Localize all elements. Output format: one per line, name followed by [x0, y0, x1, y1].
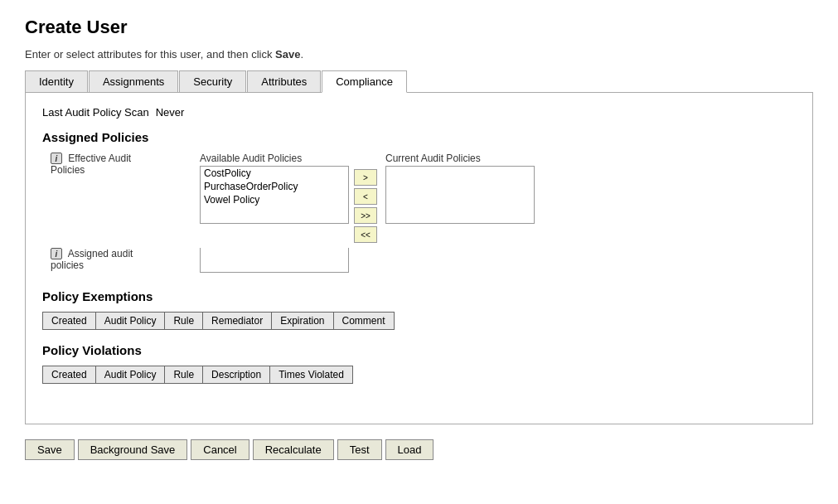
available-col: Available Audit Policies CostPolicy Purc…: [200, 153, 349, 224]
audit-scan-label: Last Audit Policy Scan: [42, 106, 149, 119]
tabs-container: Identity Assignments Security Attributes…: [25, 70, 813, 93]
page-title: Create User: [25, 17, 813, 38]
move-left-button[interactable]: <: [354, 188, 377, 205]
content-panel: Last Audit Policy Scan Never Assigned Po…: [25, 93, 813, 424]
page-wrapper: Create User Enter or select attributes f…: [0, 0, 838, 504]
policy-exemptions-heading: Policy Exemptions: [42, 289, 796, 303]
exemptions-col-expiration: Expiration: [272, 313, 333, 330]
move-all-right-button[interactable]: >>: [354, 207, 377, 224]
effective-audit-label-area: i Effective Audit Policies: [51, 153, 167, 176]
current-header: Current Audit Policies: [385, 153, 535, 164]
violations-col-description: Description: [203, 366, 270, 384]
tab-security[interactable]: Security: [179, 70, 246, 92]
load-button[interactable]: Load: [385, 439, 434, 460]
violations-col-audit-policy: Audit Policy: [95, 366, 165, 384]
background-save-button[interactable]: Background Save: [78, 439, 188, 460]
policy-exemptions-section: Policy Exemptions Created Audit Policy R…: [42, 289, 796, 330]
assigned-audit-label: Assigned audit policies: [51, 248, 133, 271]
exemptions-col-rule: Rule: [165, 313, 203, 330]
exemptions-col-remediator: Remediator: [203, 313, 272, 330]
tab-compliance[interactable]: Compliance: [322, 70, 407, 93]
exemptions-col-audit-policy: Audit Policy: [95, 313, 165, 330]
tab-identity[interactable]: Identity: [25, 70, 88, 92]
available-policies-listbox[interactable]: CostPolicy PurchaseOrderPolicy Vowel Pol…: [200, 166, 349, 224]
list-item[interactable]: PurchaseOrderPolicy: [201, 180, 348, 193]
violations-col-times-violated: Times Violated: [270, 366, 353, 384]
assigned-policies-box: [200, 248, 349, 273]
exemptions-col-comment: Comment: [333, 313, 394, 330]
save-button[interactable]: Save: [25, 439, 75, 460]
assigned-policies-section: Assigned Policies i Effective Audit Poli…: [42, 130, 796, 273]
policy-violations-heading: Policy Violations: [42, 343, 796, 357]
audit-scan-row: Last Audit Policy Scan Never: [42, 106, 796, 119]
move-right-button[interactable]: >: [354, 169, 377, 186]
tab-attributes[interactable]: Attributes: [247, 70, 321, 92]
effective-audit-label: Effective Audit Policies: [51, 153, 131, 176]
assigned-audit-label-area: i Assigned audit policies: [51, 248, 167, 271]
transfer-buttons: > < >> <<: [354, 169, 377, 243]
available-header: Available Audit Policies: [200, 153, 349, 164]
violations-col-rule: Rule: [165, 366, 203, 384]
list-item[interactable]: Vowel Policy: [201, 193, 348, 206]
current-policies-listbox[interactable]: [385, 166, 535, 224]
audit-scan-value: Never: [156, 106, 185, 119]
violations-col-created: Created: [43, 366, 96, 384]
recalculate-button[interactable]: Recalculate: [253, 439, 334, 460]
violations-table: Created Audit Policy Rule Description Ti…: [42, 366, 353, 384]
cancel-button[interactable]: Cancel: [191, 439, 249, 460]
move-all-left-button[interactable]: <<: [354, 226, 377, 243]
current-col: Current Audit Policies: [385, 153, 535, 224]
exemptions-col-created: Created: [43, 313, 96, 330]
exemptions-table: Created Audit Policy Rule Remediator Exp…: [42, 312, 395, 330]
intro-text: Enter or select attributes for this user…: [25, 48, 813, 61]
effective-audit-info-icon[interactable]: i: [51, 153, 62, 164]
assigned-policies-heading: Assigned Policies: [42, 130, 796, 144]
bottom-buttons: Save Background Save Cancel Recalculate …: [25, 439, 813, 460]
policy-violations-section: Policy Violations Created Audit Policy R…: [42, 343, 796, 384]
list-item[interactable]: CostPolicy: [201, 167, 348, 180]
assigned-audit-info-icon[interactable]: i: [51, 248, 62, 259]
tab-assignments[interactable]: Assignments: [89, 70, 178, 92]
test-button[interactable]: Test: [337, 439, 382, 460]
